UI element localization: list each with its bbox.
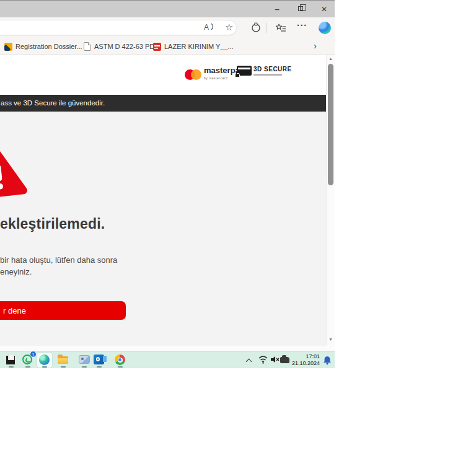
- secure-subtext-line: [253, 74, 282, 76]
- browser-window: – ✕ A ☆ ···: [0, 0, 335, 368]
- running-indicator: [42, 366, 47, 368]
- scroll-down-arrow-icon[interactable]: ▼: [327, 337, 335, 342]
- tray-time: 17:01: [291, 353, 320, 360]
- pdf-icon: [153, 43, 161, 51]
- error-message: bir hata oluştu, lütfen daha sonra eneyi…: [0, 254, 117, 278]
- bookmark-item[interactable]: ASTM D 422-63 PDF: [84, 42, 159, 51]
- secure-wordmark: 3D SECURE: [253, 66, 292, 73]
- whatsapp-notification-badge: 1: [30, 351, 37, 358]
- warning-icon: [0, 145, 29, 201]
- address-bar[interactable]: A ☆: [0, 20, 237, 35]
- document-icon: [84, 42, 91, 51]
- browser-toolbar: A ☆ ···: [0, 17, 335, 38]
- settings-menu-icon[interactable]: ···: [297, 20, 307, 30]
- copilot-icon[interactable]: [319, 22, 331, 34]
- lock-icon: [235, 73, 240, 77]
- restore-button[interactable]: [290, 3, 311, 15]
- bookmarks-bar: Registration Dossier... ASTM D 422-63 PD…: [0, 38, 335, 55]
- taskbar-file-explorer-icon[interactable]: [57, 353, 69, 366]
- bookmark-label: Registration Dossier...: [15, 43, 82, 50]
- bookmark-item[interactable]: Registration Dossier...: [4, 42, 82, 51]
- echa-favicon: [4, 43, 12, 51]
- page-scrollbar[interactable]: ▲ ▼: [326, 55, 335, 346]
- 3d-secure-logo: 3D SECURE: [237, 66, 292, 76]
- window-bottom-strip: [0, 346, 335, 351]
- taskbar-chrome-icon[interactable]: [114, 353, 126, 366]
- tray-expand-chevron-icon[interactable]: [246, 359, 252, 365]
- running-indicator: [61, 366, 66, 368]
- payment-logo-row: masterpass by mastercard 3D SECURE: [0, 64, 327, 87]
- taskbar-photos-icon[interactable]: [78, 353, 90, 366]
- favorites-hub-icon[interactable]: [275, 22, 286, 33]
- read-aloud-icon[interactable]: A: [204, 23, 209, 32]
- running-indicator: [9, 366, 14, 368]
- close-button[interactable]: ✕: [314, 3, 335, 15]
- toolbar-divider: [267, 23, 267, 33]
- page-content: masterpass by mastercard 3D SECURE ass v…: [0, 55, 335, 346]
- retry-button[interactable]: r dene: [0, 301, 126, 320]
- bookmarks-overflow-chevron[interactable]: ›: [314, 40, 317, 51]
- error-content: ekleştirilemedi. bir hata oluştu, lütfen…: [0, 112, 327, 346]
- mastercard-circles-icon: [185, 69, 201, 80]
- tray-date: 21.10.2024: [291, 360, 320, 367]
- extensions-icon[interactable]: [250, 22, 262, 33]
- notification-bell-icon[interactable]: [323, 356, 332, 365]
- tray-clock[interactable]: 17:01 21.10.2024: [291, 353, 320, 367]
- error-message-line1: bir hata oluştu, lütfen daha sonra: [0, 254, 117, 266]
- taskbar: 1: [0, 351, 335, 368]
- read-aloud-glyph: A: [204, 23, 209, 32]
- desktop-canvas: – ✕ A ☆ ···: [0, 0, 476, 476]
- add-favorite-icon[interactable]: ☆: [225, 22, 233, 33]
- error-message-line2: eneyiniz.: [0, 266, 117, 278]
- bookmark-item[interactable]: LAZER KIRINIM Y__...: [153, 42, 234, 51]
- scrollbar-thumb[interactable]: [328, 64, 333, 185]
- taskbar-edge-icon[interactable]: [38, 353, 51, 366]
- restore-icon: [298, 6, 303, 11]
- secure-card-icon: [237, 66, 252, 76]
- wifi-icon[interactable]: [258, 356, 268, 364]
- scroll-up-arrow-icon[interactable]: ▲: [327, 56, 335, 61]
- running-indicator: [82, 366, 87, 368]
- tray-device-icon[interactable]: [280, 357, 289, 363]
- taskbar-whatsapp-icon[interactable]: 1: [22, 353, 34, 366]
- titlebar: – ✕: [0, 0, 335, 17]
- running-indicator: [25, 366, 30, 368]
- taskbar-app-black-icon[interactable]: [5, 353, 17, 366]
- running-indicator: [118, 366, 123, 368]
- error-heading: ekleştirilemedi.: [0, 216, 105, 232]
- bookmark-label: LAZER KIRINIM Y__...: [164, 43, 234, 50]
- security-banner: ass ve 3D Secure ile güvendedir.: [0, 95, 327, 112]
- bookmark-label: ASTM D 422-63 PDF: [94, 43, 159, 50]
- running-indicator: [97, 366, 102, 368]
- taskbar-outlook-icon[interactable]: [93, 353, 105, 366]
- minimize-button[interactable]: –: [267, 3, 288, 15]
- volume-muted-icon[interactable]: [270, 356, 280, 363]
